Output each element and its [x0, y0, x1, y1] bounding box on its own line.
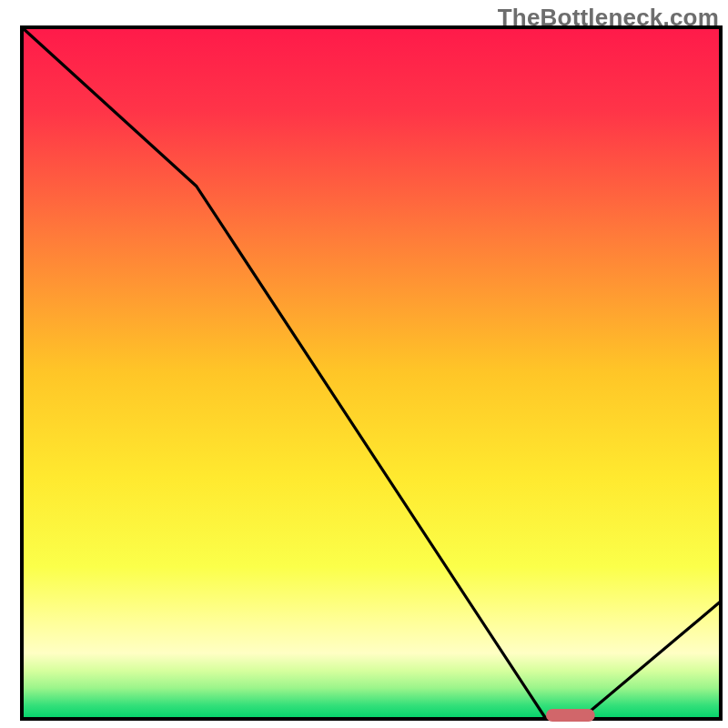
- bottleneck-chart: [0, 0, 728, 728]
- chart-container: TheBottleneck.com: [0, 0, 728, 728]
- plot-area: [22, 27, 721, 722]
- watermark-text: TheBottleneck.com: [498, 4, 719, 32]
- gradient-background: [22, 27, 721, 719]
- optimum-marker: [546, 709, 595, 722]
